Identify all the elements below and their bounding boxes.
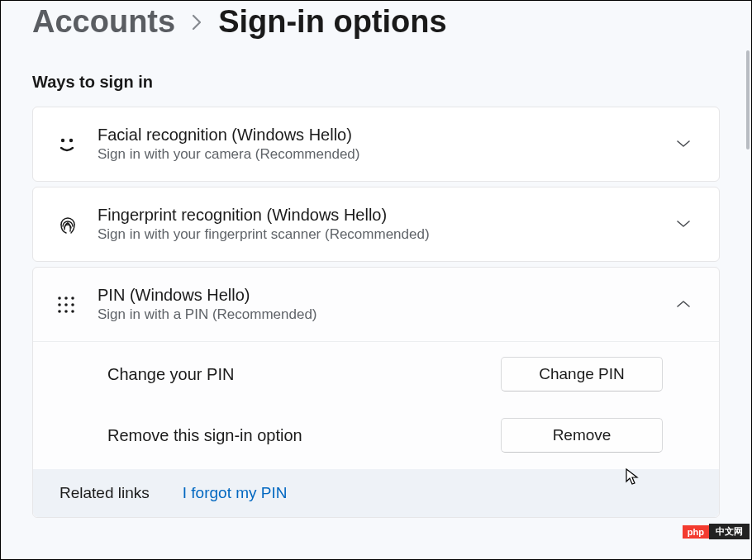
breadcrumb: Accounts Sign-in options (32, 1, 720, 40)
svg-point-1 (69, 138, 73, 141)
option-title: Facial recognition (Windows Hello) (98, 126, 676, 145)
chevron-down-icon (676, 137, 691, 152)
svg-point-6 (64, 303, 68, 306)
change-pin-row: Change your PIN Change PIN (33, 342, 719, 406)
option-subtitle: Sign in with your fingerprint scanner (R… (98, 226, 676, 243)
remove-pin-row: Remove this sign-in option Remove (33, 406, 719, 469)
page-title: Sign-in options (218, 4, 447, 40)
option-title: Fingerprint recognition (Windows Hello) (98, 206, 676, 225)
section-heading: Ways to sign in (32, 73, 720, 92)
svg-point-10 (71, 310, 74, 313)
remove-pin-label: Remove this sign-in option (107, 426, 302, 445)
option-fingerprint-recognition[interactable]: Fingerprint recognition (Windows Hello) … (32, 187, 720, 262)
chevron-up-icon (676, 297, 691, 312)
svg-point-3 (64, 297, 68, 300)
change-pin-button[interactable]: Change PIN (501, 357, 663, 392)
svg-point-8 (58, 310, 61, 313)
option-title: PIN (Windows Hello) (98, 286, 676, 305)
option-facial-recognition[interactable]: Facial recognition (Windows Hello) Sign … (32, 107, 720, 182)
remove-button[interactable]: Remove (501, 418, 663, 453)
face-icon (56, 134, 98, 155)
change-pin-label: Change your PIN (107, 365, 234, 384)
svg-point-4 (71, 297, 74, 300)
option-subtitle: Sign in with a PIN (Recommended) (98, 306, 676, 323)
chevron-right-icon (190, 14, 203, 31)
svg-point-5 (58, 303, 61, 306)
numpad-icon (56, 295, 98, 315)
option-pin-header[interactable]: PIN (Windows Hello) Sign in with a PIN (… (33, 268, 719, 341)
svg-point-9 (64, 310, 68, 313)
fingerprint-icon (56, 213, 98, 236)
watermark: php中文网 (683, 524, 750, 539)
forgot-pin-link[interactable]: I forgot my PIN (183, 484, 288, 502)
svg-point-2 (58, 297, 61, 300)
svg-point-0 (61, 138, 64, 141)
option-pin: PIN (Windows Hello) Sign in with a PIN (… (32, 267, 720, 518)
chevron-down-icon (676, 217, 691, 232)
breadcrumb-parent[interactable]: Accounts (32, 4, 175, 40)
svg-point-7 (71, 303, 74, 306)
related-heading: Related links (59, 484, 150, 502)
scrollbar[interactable] (746, 50, 750, 149)
related-links: Related links I forgot my PIN (33, 469, 719, 517)
option-subtitle: Sign in with your camera (Recommended) (98, 146, 676, 163)
